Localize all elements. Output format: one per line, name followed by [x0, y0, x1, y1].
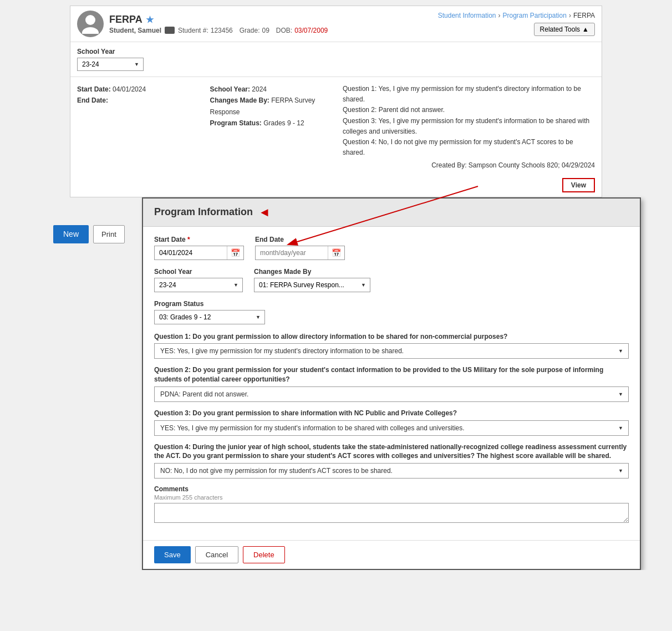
- record-q4: Question 4: No, I do not give my permiss…: [343, 137, 595, 158]
- record-q2: Question 2: Parent did not answer.: [343, 105, 595, 115]
- start-date-calendar-icon[interactable]: 📅: [227, 246, 243, 259]
- print-button[interactable]: Print: [93, 225, 125, 243]
- changes-made-by-select-wrap: 01: FERPA Survey Respon...: [254, 278, 370, 292]
- ferpa-title: FERPA: [109, 14, 142, 26]
- record-status-value: Grades 9 - 12: [263, 119, 304, 127]
- student-name: Student, Samuel: [109, 27, 161, 34]
- form-bottom-bar: Save Cancel Delete: [143, 540, 640, 569]
- changes-made-by-select[interactable]: 01: FERPA Survey Respon...: [254, 278, 370, 292]
- program-status-group: Program Status 03: Grades 9 - 12: [154, 300, 265, 324]
- school-year-label: School Year: [77, 48, 595, 55]
- start-date-value: 04/01/2024: [113, 85, 146, 93]
- related-tools-label: Related Tools: [540, 26, 581, 33]
- form-school-year-label: School Year: [154, 268, 243, 276]
- top-panel: FERPA ★ Student, Samuel Student #: 12345…: [70, 6, 602, 197]
- comments-label: Comments: [154, 485, 629, 493]
- end-date-calendar-icon[interactable]: 📅: [328, 246, 344, 259]
- student-number-label: Student #:: [178, 27, 208, 34]
- question3-label: Question 3: Do you grant permission to s…: [154, 409, 629, 418]
- student-info: FERPA ★ Student, Samuel Student #: 12345…: [109, 14, 328, 34]
- question3-select[interactable]: YES: Yes, I give my permission for my st…: [154, 420, 629, 436]
- star-icon: ★: [146, 14, 154, 25]
- record-school-year-label: School Year:: [210, 85, 250, 93]
- question4-select[interactable]: NO: No, I do not give my permission for …: [154, 463, 629, 479]
- form-school-year-select-wrap: 23-24 22-23: [154, 278, 243, 292]
- comments-textarea[interactable]: [154, 503, 629, 523]
- header-row: FERPA ★ Student, Samuel Student #: 12345…: [70, 6, 602, 42]
- dob-value: 03/07/2009: [294, 27, 328, 34]
- question1-group: Question 1: Do you grant permission to a…: [154, 332, 629, 359]
- action-buttons: New Print: [53, 225, 125, 243]
- program-status-row: Program Status 03: Grades 9 - 12: [154, 300, 629, 324]
- form-school-year-select[interactable]: 23-24 22-23: [154, 278, 243, 292]
- view-button[interactable]: View: [562, 178, 595, 192]
- record-row: Start Date: 04/01/2024 End Date: School …: [70, 77, 602, 178]
- svg-point-0: [85, 15, 95, 25]
- changes-made-by-label: Changes Made By: [254, 268, 370, 276]
- record-created-by: Created By: Sampson County Schools 820; …: [343, 160, 595, 171]
- start-date-input-wrapper: 📅: [154, 246, 244, 260]
- breadcrumb-program-participation[interactable]: Program Participation: [502, 12, 566, 19]
- bottom-layout: New Print Program Information ◄: [14, 197, 658, 571]
- start-date-label: Start Date *: [154, 236, 244, 243]
- question2-label: Question 2: Do you grant permission for …: [154, 365, 629, 384]
- question1-select[interactable]: YES: Yes, I give my permission for my st…: [154, 343, 629, 359]
- grade-value: 09: [262, 27, 269, 34]
- delete-button[interactable]: Delete: [243, 546, 285, 563]
- breadcrumb-student-info[interactable]: Student Information: [438, 12, 496, 19]
- school-year-row: School Year 23-24 22-23 Changes Made By: [154, 268, 629, 292]
- program-info-header: Program Information ◄: [143, 199, 640, 227]
- end-date-group: End Date 📅: [255, 236, 345, 260]
- end-date-label: End Date: [255, 236, 345, 243]
- header-right: Student Information › Program Participat…: [438, 12, 595, 36]
- new-button[interactable]: New: [53, 225, 89, 243]
- question4-group: Question 4: During the junior year of hi…: [154, 442, 629, 479]
- form-school-year-group: School Year 23-24 22-23: [154, 268, 243, 292]
- cancel-button[interactable]: Cancel: [195, 546, 238, 563]
- question4-select-wrap: NO: No, I do not give my permission for …: [154, 463, 629, 479]
- related-tools-button[interactable]: Related Tools ▲: [534, 23, 595, 36]
- start-date-group: Start Date * 📅: [154, 236, 244, 260]
- program-status-select[interactable]: 03: Grades 9 - 12: [154, 310, 265, 324]
- required-marker: *: [187, 236, 190, 243]
- question1-label: Question 1: Do you grant permission to a…: [154, 332, 629, 342]
- record-school-year-value: 2024: [252, 85, 267, 93]
- comments-hint: Maximum 255 characters: [154, 494, 629, 501]
- bottom-panel: Program Information ◄ Start Date * 📅: [142, 197, 641, 571]
- start-date-input[interactable]: [155, 246, 227, 259]
- end-date-input[interactable]: [256, 246, 328, 259]
- chevron-up-icon: ▲: [582, 26, 589, 33]
- record-q3: Question 3: Yes, I give my permission fo…: [343, 116, 595, 137]
- start-date-label: Start Date:: [77, 85, 111, 93]
- program-status-label: Program Status: [154, 300, 265, 308]
- view-btn-area: View: [70, 178, 602, 197]
- end-date-input-wrapper: 📅: [255, 246, 345, 260]
- grade-label: Grade:: [240, 27, 260, 34]
- svg-point-1: [82, 27, 99, 34]
- record-dates: Start Date: 04/01/2024 End Date:: [77, 84, 203, 106]
- school-year-select-wrapper: 23-24 22-23 21-22: [77, 58, 144, 71]
- question2-select[interactable]: PDNA: Parent did not answer.: [154, 386, 629, 402]
- end-date-label: End Date:: [77, 96, 108, 104]
- header-left: FERPA ★ Student, Samuel Student #: 12345…: [77, 11, 328, 37]
- question1-select-wrap: YES: Yes, I give my permission for my st…: [154, 343, 629, 359]
- dob-label: DOB:: [276, 27, 292, 34]
- question3-select-wrap: YES: Yes, I give my permission for my st…: [154, 420, 629, 436]
- form-body: Start Date * 📅 End Date 📅: [143, 227, 640, 541]
- question2-group: Question 2: Do you grant permission for …: [154, 365, 629, 402]
- arrow-left-icon: ◄: [258, 205, 271, 220]
- record-status-label: Program Status:: [210, 119, 262, 127]
- id-card-icon: [165, 27, 175, 34]
- question4-label: Question 4: During the junior year of hi…: [154, 442, 629, 461]
- question2-select-wrap: PDNA: Parent did not answer.: [154, 386, 629, 402]
- record-school-info: School Year: 2024 Changes Made By: FERPA…: [210, 84, 337, 129]
- question3-group: Question 3: Do you grant permission to s…: [154, 409, 629, 436]
- program-info-title: Program Information: [154, 206, 253, 218]
- breadcrumb-ferpa: FERPA: [573, 12, 595, 19]
- save-button[interactable]: Save: [154, 546, 191, 563]
- avatar: [77, 11, 104, 37]
- record-questions: Question 1: Yes, I give my permission fo…: [343, 84, 595, 171]
- school-year-select[interactable]: 23-24 22-23 21-22: [77, 58, 144, 71]
- record-q1: Question 1: Yes, I give my permission fo…: [343, 84, 595, 105]
- program-status-select-wrap: 03: Grades 9 - 12: [154, 310, 265, 324]
